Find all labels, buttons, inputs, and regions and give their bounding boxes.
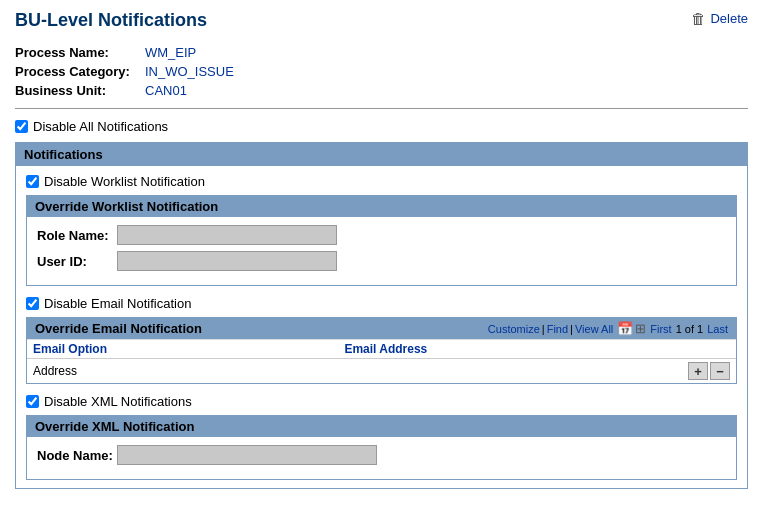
disable-worklist-label: Disable Worklist Notification xyxy=(44,174,205,189)
calendar-icon: 📅 xyxy=(617,321,633,336)
role-name-label: Role Name: xyxy=(37,228,117,243)
add-row-button[interactable]: + xyxy=(688,362,708,380)
disable-xml-row: Disable XML Notifications xyxy=(26,394,737,409)
user-id-input[interactable] xyxy=(117,251,337,271)
divider xyxy=(15,108,748,109)
business-unit-label: Business Unit: xyxy=(15,83,145,98)
last-link[interactable]: Last xyxy=(707,323,728,335)
email-option-cell: Address xyxy=(27,359,338,384)
email-toolbar: Customize | Find | View All 📅 ⊞ First xyxy=(488,321,728,336)
page-title: BU-Level Notifications xyxy=(15,10,207,31)
override-xml-content: Node Name: xyxy=(27,437,736,479)
override-worklist-section: Override Worklist Notification Role Name… xyxy=(26,195,737,286)
override-worklist-header: Override Worklist Notification xyxy=(27,196,736,217)
page-info: 1 of 1 xyxy=(676,323,704,335)
disable-email-label: Disable Email Notification xyxy=(44,296,191,311)
disable-all-row: Disable All Notifications xyxy=(15,119,748,134)
override-worklist-content: Role Name: User ID: xyxy=(27,217,736,285)
grid-icon: ⊞ xyxy=(635,321,646,336)
disable-worklist-checkbox[interactable] xyxy=(26,175,39,188)
notifications-header: Notifications xyxy=(16,143,747,166)
node-name-row: Node Name: xyxy=(37,445,726,465)
delete-label: Delete xyxy=(710,11,748,26)
col-email-option: Email Option xyxy=(27,340,338,359)
process-name-row: Process Name: WM_EIP xyxy=(15,45,748,60)
view-all-link[interactable]: View All xyxy=(575,323,613,335)
user-id-label: User ID: xyxy=(37,254,117,269)
process-name-value: WM_EIP xyxy=(145,45,196,60)
email-address-cell xyxy=(338,359,682,384)
fields-section: Process Name: WM_EIP Process Category: I… xyxy=(15,45,748,98)
disable-xml-label: Disable XML Notifications xyxy=(44,394,192,409)
process-category-label: Process Category: xyxy=(15,64,145,79)
override-email-header: Override Email Notification Customize | … xyxy=(27,318,736,339)
disable-email-checkbox[interactable] xyxy=(26,297,39,310)
remove-row-button[interactable]: − xyxy=(710,362,730,380)
delete-button[interactable]: 🗑 Delete xyxy=(691,10,748,27)
override-xml-section: Override XML Notification Node Name: xyxy=(26,415,737,480)
notifications-section: Notifications Disable Worklist Notificat… xyxy=(15,142,748,489)
notifications-content: Disable Worklist Notification Override W… xyxy=(16,166,747,488)
disable-all-label: Disable All Notifications xyxy=(33,119,168,134)
process-name-label: Process Name: xyxy=(15,45,145,60)
action-cell: + − xyxy=(682,359,736,384)
business-unit-row: Business Unit: CAN01 xyxy=(15,83,748,98)
email-table-wrapper: Email Option Email Address Address xyxy=(27,339,736,383)
trash-icon: 🗑 xyxy=(691,10,706,27)
role-name-input[interactable] xyxy=(117,225,337,245)
table-row: Address + − xyxy=(27,359,736,384)
find-link[interactable]: Find xyxy=(547,323,568,335)
disable-xml-checkbox[interactable] xyxy=(26,395,39,408)
process-category-value: IN_WO_ISSUE xyxy=(145,64,234,79)
first-link[interactable]: First xyxy=(650,323,671,335)
override-xml-header: Override XML Notification xyxy=(27,416,736,437)
override-email-section: Override Email Notification Customize | … xyxy=(26,317,737,384)
node-name-label: Node Name: xyxy=(37,448,117,463)
process-category-row: Process Category: IN_WO_ISSUE xyxy=(15,64,748,79)
col-email-address: Email Address xyxy=(338,340,682,359)
email-option-link[interactable]: Email Option xyxy=(33,342,107,356)
disable-worklist-row: Disable Worklist Notification xyxy=(26,174,737,189)
customize-link[interactable]: Customize xyxy=(488,323,540,335)
role-name-row: Role Name: xyxy=(37,225,726,245)
business-unit-value: CAN01 xyxy=(145,83,187,98)
node-name-input[interactable] xyxy=(117,445,377,465)
disable-all-checkbox[interactable] xyxy=(15,120,28,133)
email-table: Email Option Email Address Address xyxy=(27,340,736,383)
override-email-title: Override Email Notification xyxy=(35,321,202,336)
email-address-link[interactable]: Email Address xyxy=(344,342,427,356)
user-id-row: User ID: xyxy=(37,251,726,271)
disable-email-row: Disable Email Notification xyxy=(26,296,737,311)
email-table-header-row: Email Option Email Address xyxy=(27,340,736,359)
